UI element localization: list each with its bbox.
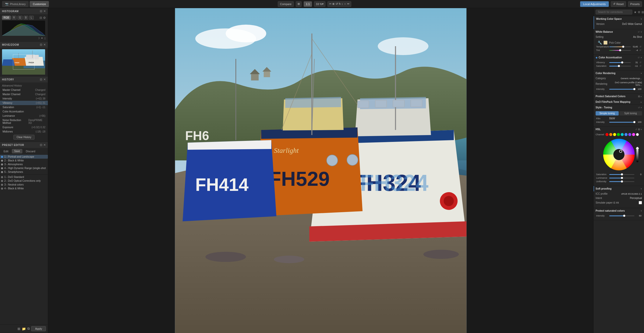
compare-btn[interactable]: Compare: [278, 1, 294, 7]
ps-collapse-icon[interactable]: ▸: [641, 95, 642, 98]
soft-proofing-header[interactable]: Soft proofing ▾: [594, 186, 644, 191]
protect-saturated2-header[interactable]: Protect saturated colors ▾: [594, 208, 644, 213]
channel-cyan-dot[interactable]: [621, 133, 624, 136]
tint-reset-icon[interactable]: ↺: [639, 49, 641, 52]
histogram-settings-icon[interactable]: ⚙: [43, 16, 46, 20]
preset-sub-1[interactable]: 1 - DxO Standard: [0, 175, 48, 179]
preset-item-hdr[interactable]: 4 - High Dynamic Range (single-shot: [0, 166, 48, 170]
style-toning-header[interactable]: Style - Toning ↺ ▾: [594, 105, 644, 110]
history-item[interactable]: Midtones (-18) -18: [0, 129, 48, 134]
preset-item-smartphone[interactable]: 5 - Smartphones: [0, 170, 48, 174]
preset-close-icon[interactable]: ✕: [43, 143, 46, 147]
split-toning-tab[interactable]: Split toning: [619, 111, 642, 115]
wb-reset-icon[interactable]: ↺: [638, 31, 640, 33]
preset-discard-btn[interactable]: Discard: [24, 149, 37, 153]
settings-icon[interactable]: ⚙: [638, 10, 640, 14]
hsl-uniformity-slider[interactable]: [609, 181, 634, 182]
brightness-slider[interactable]: [636, 147, 638, 162]
history-item[interactable]: Exposure (+0.32) 0.32: [0, 125, 48, 129]
apply-button[interactable]: Apply: [31, 326, 46, 331]
channel-r-btn[interactable]: R: [12, 16, 16, 20]
preset-editor-header[interactable]: PRESET EDITOR ⊟ ✕: [0, 142, 48, 148]
sp-collapse-icon[interactable]: ▾: [641, 188, 642, 190]
history-item[interactable]: Master Channel Changed: [0, 92, 48, 96]
channel-yellow-dot[interactable]: [613, 133, 616, 136]
history-item[interactable]: Intensity (+42) 38: [0, 96, 48, 101]
hsl-header[interactable]: HSL ↺ ⊞ ▾: [594, 127, 644, 132]
color-accentuation-header[interactable]: ◆ Color Accentuation ↺ ▾: [594, 55, 644, 60]
vibrancy-slider[interactable]: [609, 62, 631, 63]
history-list[interactable]: Master Channel Changed Master Channel Ch…: [0, 88, 48, 134]
channel-blue-dot[interactable]: [624, 133, 628, 136]
temperature-slider[interactable]: [609, 46, 631, 47]
saturation-slider[interactable]: [609, 66, 631, 66]
preset-save-btn[interactable]: Save: [12, 149, 22, 153]
preset-sub-3[interactable]: 3 - Neutral colors: [0, 183, 48, 187]
history-item[interactable]: Noise Reduction Method DeepPRIME XD: [0, 118, 48, 125]
ps-expand-icon[interactable]: ⊞: [638, 95, 640, 98]
color-swatch[interactable]: [603, 41, 608, 45]
ca-reset-icon[interactable]: ↺: [638, 56, 640, 59]
tint-slider[interactable]: [609, 50, 631, 51]
wcs-collapse-icon[interactable]: ▾: [641, 18, 642, 20]
preset-item-portrait[interactable]: 1 - Portrait and Landscape: [0, 155, 48, 159]
local-adjustments-btn[interactable]: Local Adjustments: [580, 1, 609, 7]
working-color-space-header[interactable]: Working Color Space ▾: [594, 16, 644, 22]
channel-g-btn[interactable]: G: [17, 16, 23, 20]
preset-edit-btn[interactable]: Edit: [2, 149, 10, 153]
channel-red-dot[interactable]: [605, 133, 609, 136]
ca-collapse-icon[interactable]: ▾: [641, 56, 642, 59]
filmpack-header[interactable]: DxO FilmPack Tone Mapping ▸: [594, 99, 644, 105]
preset-sub-2[interactable]: 2 - DxO Optical Corrections only: [0, 179, 48, 183]
fp-collapse-icon[interactable]: ▸: [641, 101, 642, 103]
history-close-icon[interactable]: ✕: [43, 78, 46, 81]
st-collapse-icon[interactable]: ▾: [641, 106, 642, 109]
history-item[interactable]: Saturation (+1) -11: [0, 105, 48, 109]
vib-reset-icon[interactable]: ↺: [639, 61, 641, 64]
ratio-btn[interactable]: 1:1: [304, 1, 312, 7]
hsl-expand-icon[interactable]: ⊞: [638, 128, 640, 131]
cr-collapse-icon[interactable]: ▾: [641, 72, 642, 75]
histogram-star-icon[interactable]: ✦: [41, 37, 43, 40]
preset-add-icon[interactable]: ⊞: [17, 327, 20, 331]
histogram-view-icon[interactable]: ⊟: [40, 16, 42, 20]
channel-b-btn[interactable]: B: [24, 16, 28, 20]
wb-collapse-icon[interactable]: ▾: [641, 31, 642, 33]
history-options-icon[interactable]: ⊟: [40, 78, 42, 81]
star-icon[interactable]: ★: [634, 10, 637, 14]
color-rendering-header[interactable]: Color Rendering ▾: [594, 71, 644, 76]
histogram-moon-icon[interactable]: ☽: [37, 37, 40, 40]
ps2-collapse-icon[interactable]: ▾: [641, 210, 642, 212]
ps2-intensity-slider[interactable]: [609, 215, 634, 216]
preset-item-bw[interactable]: 2 - Black & White: [0, 159, 48, 162]
histogram-options-icon[interactable]: ⊟: [40, 9, 42, 13]
histogram-header[interactable]: HISTOGRAM ⊟ ✕: [0, 8, 48, 14]
customize-tab[interactable]: Customize: [30, 1, 49, 7]
cr-intensity-slider[interactable]: [609, 89, 634, 90]
reset-btn[interactable]: ↺ Reset: [611, 1, 626, 7]
move-zoom-options-icon[interactable]: ⊟: [40, 43, 42, 46]
histogram-close-icon[interactable]: ✕: [43, 9, 46, 13]
color-wheel-container[interactable]: [596, 138, 642, 171]
hsl-saturation-slider[interactable]: [609, 174, 634, 175]
simulate-checkbox[interactable]: [639, 201, 642, 204]
layout-icon[interactable]: ⊞: [641, 10, 644, 14]
preset-sub-4[interactable]: 4 - Black & White: [0, 187, 48, 190]
channel-white-dot[interactable]: [636, 133, 639, 136]
channel-magenta-dot[interactable]: [632, 133, 635, 136]
history-header[interactable]: HISTORY ⊟ ✕: [0, 76, 48, 82]
channel-green-dot[interactable]: [617, 133, 620, 136]
hsl-luminance-slider[interactable]: [609, 178, 634, 178]
simple-toning-tab[interactable]: Simple toning: [596, 111, 619, 115]
image-viewer[interactable]: FH324 FH324 FH529 FH414 Starlight: [48, 8, 593, 333]
preset-options-icon[interactable]: ⊟: [40, 143, 42, 147]
hsl-collapse-icon[interactable]: ▾: [641, 128, 642, 131]
st-intensity-slider[interactable]: [609, 122, 634, 123]
channel-purple-dot[interactable]: [628, 133, 631, 136]
search-corrections-input[interactable]: [596, 10, 632, 14]
history-item[interactable]: Luminance (+56): [0, 114, 48, 118]
temp-reset-icon[interactable]: ↺: [639, 45, 641, 48]
eyedropper-icon[interactable]: 🔧: [598, 41, 602, 45]
presets-btn[interactable]: Presets: [628, 1, 642, 7]
history-item[interactable]: Master Channel Changed: [0, 88, 48, 92]
